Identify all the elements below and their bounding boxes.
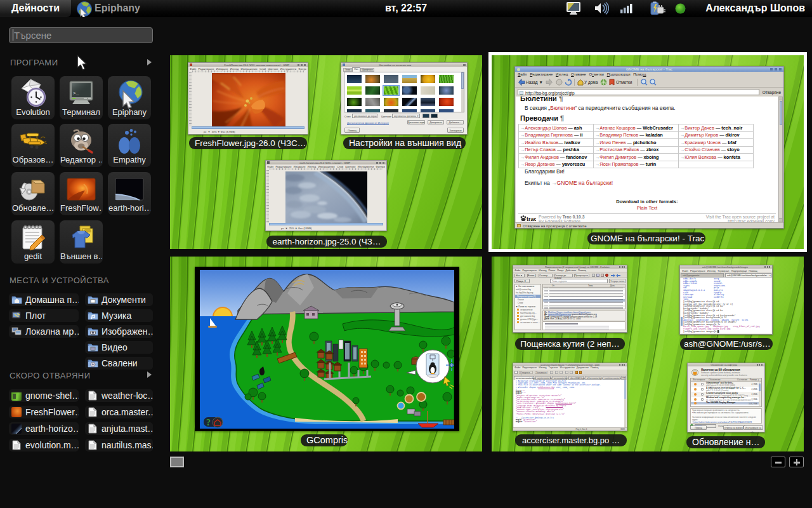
svg-text:?: ?: [206, 418, 211, 427]
svg-text:>_: >_: [73, 90, 79, 96]
svg-text:trac: trac: [527, 216, 536, 222]
